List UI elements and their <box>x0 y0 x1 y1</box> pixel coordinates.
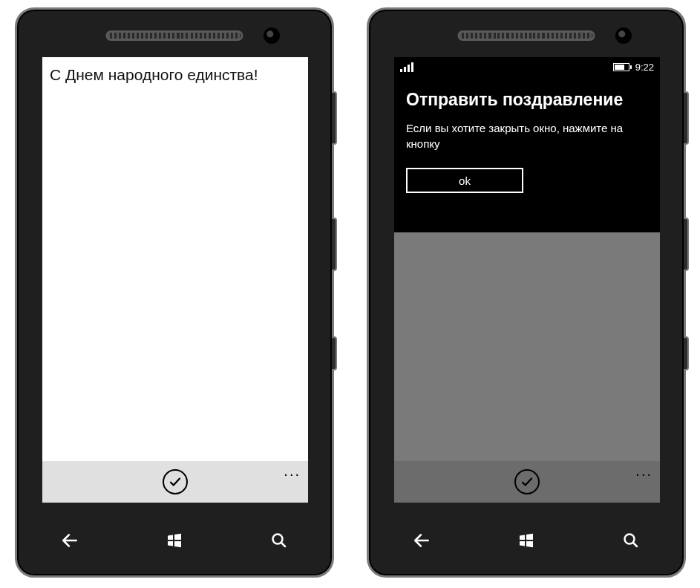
search-button[interactable] <box>269 530 290 551</box>
screen-left: С Днем народного единства! ··· <box>42 57 308 503</box>
more-button[interactable]: ··· <box>284 466 301 483</box>
front-camera <box>264 27 280 44</box>
back-icon <box>412 531 431 550</box>
svg-line-5 <box>633 543 637 546</box>
front-camera <box>615 27 632 44</box>
start-button[interactable] <box>516 530 537 551</box>
side-button <box>332 91 337 145</box>
side-button <box>684 336 689 370</box>
check-icon <box>520 475 534 489</box>
windows-icon <box>517 532 535 549</box>
phone-frame-left: С Днем народного единства! ··· <box>15 7 334 578</box>
search-icon <box>270 532 288 549</box>
dialog-message: Если вы хотите закрыть окно, нажмите на … <box>406 120 629 151</box>
nav-bar <box>17 522 332 559</box>
earpiece <box>106 30 243 41</box>
side-button <box>684 218 689 271</box>
dialog-title: Отправить поздравление <box>406 90 648 110</box>
ok-button[interactable]: ok <box>406 168 523 193</box>
search-button[interactable] <box>621 530 641 551</box>
clock: 9:22 <box>635 62 654 73</box>
dimmed-background: ··· <box>394 232 660 503</box>
nav-bar <box>369 522 684 559</box>
side-button <box>332 336 337 370</box>
app-bar: ··· <box>394 461 660 503</box>
status-bar: 9:22 <box>394 57 660 75</box>
confirm-button[interactable] <box>514 469 540 494</box>
confirm-button[interactable] <box>163 469 188 494</box>
battery-icon <box>613 63 629 71</box>
signal-icon <box>400 62 413 72</box>
windows-icon <box>166 532 183 549</box>
app-bar: ··· <box>42 461 308 503</box>
back-icon <box>60 531 79 550</box>
more-button[interactable]: ··· <box>635 466 652 483</box>
phone-frame-right: 9:22 Отправить поздравление Если вы хоти… <box>367 7 686 578</box>
side-button <box>684 91 689 145</box>
start-button[interactable] <box>164 530 185 551</box>
check-icon <box>169 475 182 489</box>
page-title: С Днем народного единства! <box>42 57 308 84</box>
side-button <box>332 218 337 271</box>
back-button[interactable] <box>411 530 432 551</box>
svg-line-2 <box>281 543 285 546</box>
screen-right: 9:22 Отправить поздравление Если вы хоти… <box>394 57 660 503</box>
earpiece <box>458 30 595 41</box>
back-button[interactable] <box>59 530 80 551</box>
message-dialog: Отправить поздравление Если вы хотите за… <box>394 75 660 212</box>
search-icon <box>622 532 640 549</box>
